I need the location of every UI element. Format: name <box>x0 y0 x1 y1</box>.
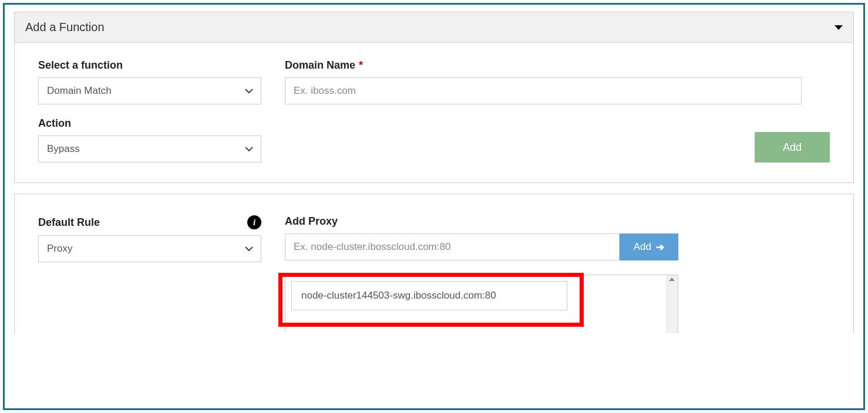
add-proxy-button[interactable]: Add ➔ <box>620 233 678 260</box>
config-screen: Add a Function Select a function Domain … <box>3 3 865 410</box>
domain-name-input[interactable] <box>285 77 802 104</box>
arrow-right-icon: ➔ <box>656 241 664 253</box>
scrollbar[interactable] <box>666 275 678 333</box>
panel-title: Add a Function <box>25 21 105 34</box>
add-proxy-label: Add Proxy <box>285 215 830 228</box>
add-function-panel: Add a Function Select a function Domain … <box>14 12 854 183</box>
add-function-button[interactable]: Add <box>755 132 830 163</box>
collapse-caret-icon[interactable] <box>835 25 843 30</box>
default-rule-dropdown[interactable]: Proxy <box>38 235 261 262</box>
default-rule-panel: Default Rule i Proxy Add Proxy Add ➔ <box>14 194 854 333</box>
add-proxy-input[interactable] <box>285 233 620 260</box>
domain-name-label: Domain Name * <box>285 59 802 72</box>
action-label: Action <box>38 117 261 130</box>
panel-body: Select a function Domain Match Domain Na… <box>15 43 853 182</box>
default-rule-column: Default Rule i Proxy <box>38 215 261 262</box>
scroll-up-icon[interactable] <box>669 277 675 281</box>
proxy-listbox: node-cluster144503-swg.ibosscloud.com:80 <box>285 275 678 333</box>
select-function-field: Select a function Domain Match <box>38 59 261 104</box>
required-asterisk: * <box>359 59 363 72</box>
add-proxy-column: Add Proxy Add ➔ node-cluster144503-swg.i… <box>285 215 830 333</box>
action-field: Action Bypass <box>38 117 261 163</box>
select-function-label: Select a function <box>38 59 261 72</box>
domain-name-field: Domain Name * <box>285 59 802 104</box>
proxy-list-item[interactable]: node-cluster144503-swg.ibosscloud.com:80 <box>291 281 567 310</box>
info-icon[interactable]: i <box>247 215 261 229</box>
select-function-dropdown[interactable]: Domain Match <box>38 77 261 104</box>
default-rule-label: Default Rule <box>38 216 100 229</box>
action-dropdown[interactable]: Bypass <box>38 136 261 163</box>
panel-header[interactable]: Add a Function <box>15 12 853 43</box>
